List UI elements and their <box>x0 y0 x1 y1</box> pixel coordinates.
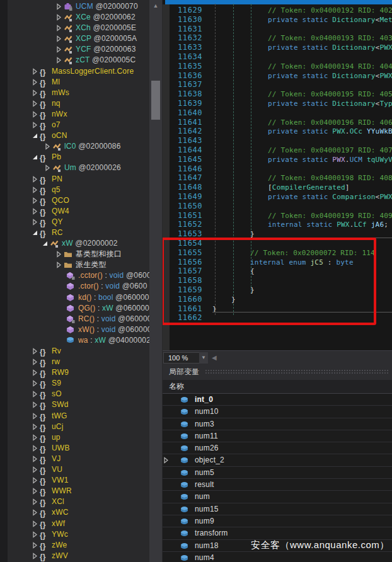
tree-item[interactable]: xW @02000002 <box>0 238 149 249</box>
code-line[interactable]: 11644// Token: 0x04000197 RID: 407 <box>163 145 392 154</box>
chevron-collapsed-icon[interactable] <box>32 434 38 441</box>
chevron-collapsed-icon[interactable] <box>163 457 169 463</box>
chevron-collapsed-icon[interactable] <box>32 186 38 193</box>
chevron-collapsed-icon[interactable] <box>32 122 38 129</box>
chevron-collapsed-icon[interactable] <box>32 111 38 118</box>
code-line[interactable]: 11640 <box>163 108 392 117</box>
tree-item[interactable]: {}RC <box>0 227 149 238</box>
tree-item[interactable]: {}rw <box>0 357 149 367</box>
tree-item[interactable]: .cctor() : void @0600 <box>0 270 149 281</box>
chevron-collapsed-icon[interactable] <box>32 553 38 559</box>
tree-item[interactable]: Um @02000026 <box>0 163 149 173</box>
tree-item[interactable]: kd() : bool @060000 <box>0 292 149 303</box>
chevron-collapsed-icon[interactable] <box>55 251 62 258</box>
tree-item[interactable]: {}xWC <box>0 507 149 518</box>
locals-name-column-header[interactable]: 名称 <box>163 380 392 394</box>
tree-item[interactable]: zCT @0200005C <box>0 55 149 66</box>
code-line[interactable]: 11636private static Dictionary<PWX <box>163 71 392 80</box>
code-line[interactable]: 11655// Token: 0x02000072 RID: 114 <box>163 248 392 257</box>
chevron-collapsed-icon[interactable] <box>32 89 38 96</box>
chevron-expanded-icon[interactable] <box>32 154 38 161</box>
tree-item[interactable]: {}oCN <box>0 130 149 141</box>
chevron-collapsed-icon[interactable] <box>55 14 62 21</box>
chevron-collapsed-icon[interactable] <box>32 456 38 462</box>
code-line[interactable]: 11649private static Comparison<PWX <box>163 192 392 201</box>
code-line[interactable]: 11662 <box>163 313 392 322</box>
chevron-collapsed-icon[interactable] <box>32 79 38 86</box>
code-line[interactable]: 11637 <box>163 79 392 89</box>
code-line[interactable]: 11645private static PWX.UCM tqUWyV <box>163 154 392 164</box>
chevron-collapsed-icon[interactable] <box>55 46 62 53</box>
chevron-collapsed-icon[interactable] <box>32 423 38 430</box>
chevron-collapsed-icon[interactable] <box>44 164 51 171</box>
tree-item[interactable]: {}sO <box>0 389 149 399</box>
code-line[interactable]: 11658 <box>163 275 392 285</box>
tree-item[interactable]: XCP @0200005A <box>0 33 149 44</box>
code-line[interactable]: 11660} <box>163 294 392 304</box>
code-line[interactable]: 11656internal enum jC5 : byte <box>163 257 392 267</box>
chevron-expanded-icon[interactable] <box>42 240 49 247</box>
chevron-expanded-icon[interactable] <box>32 229 38 236</box>
chevron-collapsed-icon[interactable] <box>55 57 62 64</box>
scrollbar-thumb[interactable] <box>151 81 160 120</box>
tree-item[interactable]: wa : xW @04000002 <box>0 335 149 346</box>
code-line[interactable]: 11629// Token: 0x04000192 RID: 402 <box>163 5 392 14</box>
chevron-collapsed-icon[interactable] <box>32 68 38 75</box>
chevron-collapsed-icon[interactable] <box>32 358 38 365</box>
local-variable-row[interactable]: num4 <box>163 552 392 562</box>
chevron-collapsed-icon[interactable] <box>55 3 62 10</box>
chevron-collapsed-icon[interactable] <box>32 531 38 538</box>
chevron-collapsed-icon[interactable] <box>55 35 62 42</box>
code-line[interactable]: 11661} <box>163 304 392 313</box>
chevron-collapsed-icon[interactable] <box>32 401 38 408</box>
chevron-collapsed-icon[interactable] <box>32 197 38 204</box>
chevron-collapsed-icon[interactable] <box>32 445 38 452</box>
tree-item[interactable]: {}zWV <box>0 551 149 561</box>
tree-item[interactable]: xW() : void @060000 <box>0 324 149 335</box>
chevron-collapsed-icon[interactable] <box>32 100 38 107</box>
code-line[interactable]: 11632// Token: 0x04000193 RID: 403 <box>163 33 392 42</box>
chevron-collapsed-icon[interactable] <box>32 477 38 484</box>
local-variable-row[interactable]: num10 <box>163 406 392 418</box>
chevron-collapsed-icon[interactable] <box>32 488 38 495</box>
code-line[interactable]: 11659} <box>163 285 392 294</box>
tree-item[interactable]: {}YWc <box>0 529 149 540</box>
tree-vertical-scrollbar[interactable]: ▲ <box>149 0 162 562</box>
tree-item[interactable]: 派生类型 <box>0 260 149 270</box>
code-line[interactable]: 11633private static Dictionary<PWX <box>163 42 392 52</box>
tree-item[interactable]: {}VJ <box>0 454 149 464</box>
local-variable-row[interactable]: int_0 <box>163 394 392 406</box>
tree-item[interactable]: {}SWd <box>0 399 149 410</box>
tree-item[interactable]: {}nq <box>0 98 149 109</box>
local-variable-row[interactable]: num3 <box>163 418 392 430</box>
local-variable-row[interactable]: num15 <box>163 503 392 515</box>
tree-item[interactable]: {}VW1 <box>0 475 149 486</box>
chevron-collapsed-icon[interactable] <box>32 348 38 355</box>
chevron-collapsed-icon[interactable] <box>32 208 38 215</box>
chevron-collapsed-icon[interactable] <box>32 520 38 527</box>
local-variable-row[interactable]: object_2 <box>163 454 392 466</box>
tree-item[interactable]: {}QCO <box>0 195 149 206</box>
local-variable-row[interactable]: num26 <box>163 442 392 454</box>
code-line[interactable]: 11630private static Dictionary<Met <box>163 14 392 24</box>
code-line[interactable]: 11652internal static PWX.LCf jA6; <box>163 219 392 229</box>
tree-item[interactable]: {}tWG <box>0 411 149 422</box>
tree-item[interactable]: 基类型和接口 <box>0 249 149 260</box>
zoom-level-combobox[interactable]: 100 % <box>163 352 200 364</box>
code-line[interactable]: 11638// Token: 0x04000195 RID: 405 <box>163 89 392 98</box>
local-variable-row[interactable]: num9 <box>163 515 392 527</box>
local-variable-row[interactable]: num <box>163 491 392 503</box>
tree-item[interactable]: {}Rv <box>0 346 149 357</box>
tree-item[interactable]: QG() : xW @060000 <box>0 303 149 314</box>
tree-item[interactable]: {}Ml <box>0 77 149 88</box>
tree-item[interactable]: {}XCl <box>0 496 149 507</box>
tree-item[interactable]: {}xWf <box>0 519 149 529</box>
chevron-collapsed-icon[interactable] <box>32 369 38 376</box>
tree-item[interactable]: {}Pb <box>0 152 149 163</box>
tree-item[interactable]: {}QY <box>0 217 149 227</box>
chevron-collapsed-icon[interactable] <box>32 219 38 226</box>
tree-item[interactable]: {}S9 <box>0 378 149 389</box>
tree-item[interactable]: {}RW9 <box>0 367 149 378</box>
tree-item[interactable]: lC0 @02000086 <box>0 141 149 152</box>
tree-item[interactable]: XCe @02000062 <box>0 12 149 23</box>
